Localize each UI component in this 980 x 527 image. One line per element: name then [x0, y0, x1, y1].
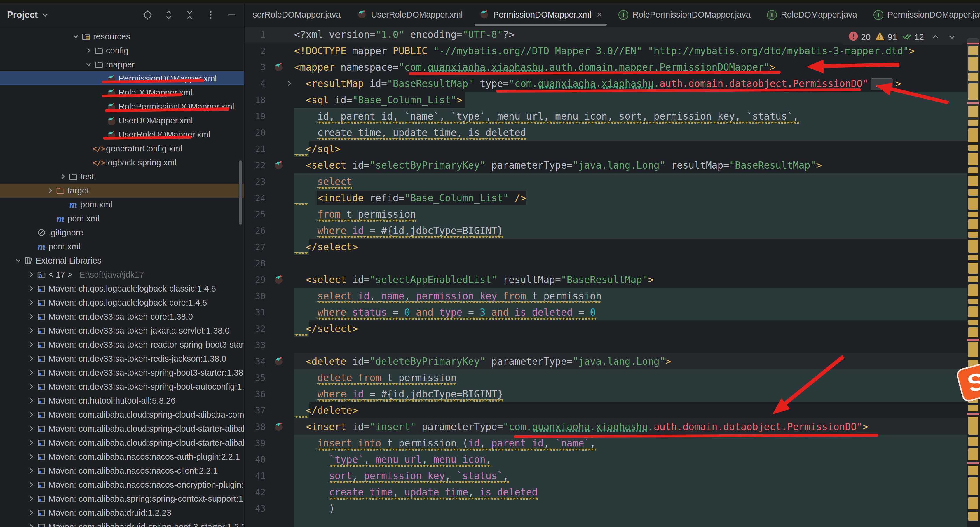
- mybatis-statement-icon[interactable]: [274, 421, 284, 432]
- tree-item-maven-com-alibaba-druid-1-2-23[interactable]: Maven: com.alibaba:druid:1.2.23: [0, 506, 244, 520]
- tree-item-maven-cn-dev33-sa-token-redis-jackson-1-38-0[interactable]: Maven: cn.dev33:sa-token-redis-jackson:1…: [0, 352, 244, 366]
- code-text[interactable]: <resultMap id="BaseResultMap" type="com.…: [294, 75, 901, 92]
- chevron-right-icon[interactable]: [45, 186, 55, 195]
- chevron-right-icon[interactable]: [26, 411, 36, 419]
- tree-item-userroledomapper-xml[interactable]: UserRoleDOMapper.xml: [0, 127, 244, 142]
- chevron-right-icon[interactable]: [26, 452, 36, 461]
- tree-item-maven-com-alibaba-nacos-nacos-client-2-2-1[interactable]: Maven: com.alibaba.nacos:nacos-client:2.…: [0, 464, 244, 478]
- tree-item-maven-cn-dev33-sa-token-spring-boot-autoconfig-1-38-0[interactable]: Maven: cn.dev33:sa-token-spring-boot-aut…: [0, 380, 244, 394]
- chevron-right-icon[interactable]: [58, 172, 68, 181]
- chevron-right-icon[interactable]: [26, 495, 36, 503]
- chevron-right-icon[interactable]: [26, 271, 36, 279]
- mybatis-statement-icon[interactable]: [274, 356, 284, 367]
- code-text[interactable]: <!DOCTYPE mapper PUBLIC "-//mybatis.org/…: [294, 43, 915, 59]
- tree-item-maven-cn-dev33-sa-token-jakarta-servlet-1-38-0[interactable]: Maven: cn.dev33:sa-token-jakarta-servlet…: [0, 323, 244, 338]
- tab-userroledomapper-xml[interactable]: UserRoleDOMapper.xml: [349, 3, 471, 26]
- chevron-right-icon[interactable]: [26, 326, 36, 335]
- mybatis-statement-icon[interactable]: [274, 62, 284, 73]
- tree-item-maven-com-alibaba-spring-spring-context-support-1-0-11[interactable]: Maven: com.alibaba.spring:spring-context…: [0, 492, 244, 506]
- code-text[interactable]: <?xml version="1.0" encoding="UTF-8"?>: [294, 26, 514, 43]
- tree-item-target[interactable]: target: [0, 183, 244, 197]
- chevron-right-icon[interactable]: [26, 299, 36, 307]
- chevron-right-icon[interactable]: [26, 341, 36, 349]
- fold-collapsed-icon[interactable]: [285, 79, 294, 88]
- inspection-weak-warnings[interactable]: 12: [902, 31, 924, 43]
- tree-item-maven-com-alibaba-nacos-nacos-auth-plugin-2-2-1[interactable]: Maven: com.alibaba.nacos:nacos-auth-plug…: [0, 450, 244, 464]
- code-text[interactable]: <sql id="Base_Column_List">: [294, 92, 462, 108]
- expand-all-icon[interactable]: [164, 10, 174, 20]
- tree-item-maven-cn-dev33-sa-token-reactor-spring-boot3-starter-1-38[interactable]: Maven: cn.dev33:sa-token-reactor-spring-…: [0, 338, 244, 352]
- tree-item-pom-xml[interactable]: mpom.xml: [0, 212, 244, 226]
- tree-item-maven-cn-dev33-sa-token-core-1-38-0[interactable]: Maven: cn.dev33:sa-token-core:1.38.0: [0, 310, 244, 323]
- tab-permissiondomapper-xml[interactable]: PermissionDOMapper.xml×: [471, 3, 611, 26]
- code-text[interactable]: ): [294, 500, 335, 516]
- tree-item-userdomapper-xml[interactable]: UserDOMapper.xml: [0, 113, 244, 127]
- chevron-down-icon[interactable]: [84, 61, 94, 68]
- tree-item-logback-spring-xml[interactable]: </>logback-spring.xml: [0, 156, 244, 170]
- project-panel-title[interactable]: Project: [7, 10, 38, 20]
- chevron-right-icon[interactable]: [26, 522, 36, 527]
- mybatis-statement-icon[interactable]: [274, 159, 284, 171]
- chevron-right-icon[interactable]: [26, 439, 36, 447]
- tree-item-maven-ch-qos-logback-logback-core-1-4-5[interactable]: Maven: ch.qos.logback:logback-core:1.4.5: [0, 296, 244, 310]
- chevron-right-icon[interactable]: [26, 355, 36, 363]
- chevron-right-icon[interactable]: [26, 285, 36, 293]
- previous-problem-button[interactable]: [931, 32, 940, 42]
- tree-item-maven-cn-dev33-sa-token-spring-boot3-starter-1-38-0[interactable]: Maven: cn.dev33:sa-token-spring-boot3-st…: [0, 366, 244, 380]
- chevron-down-icon[interactable]: [13, 256, 23, 265]
- tree-item-maven-com-alibaba-nacos-nacos-encryption-plugin-2-2-1[interactable]: Maven: com.alibaba.nacos:nacos-encryptio…: [0, 478, 244, 492]
- tab-permissiondomapper-java[interactable]: IPermissionDOMapper.java: [865, 3, 980, 26]
- chevron-right-icon[interactable]: [26, 425, 36, 433]
- code-text[interactable]: <include refid="Base_Column_List" />: [294, 189, 526, 206]
- more-icon[interactable]: [205, 10, 216, 20]
- tree-item-generatorconfig-xml[interactable]: </>generatorConfig.xml: [0, 142, 244, 156]
- chevron-right-icon[interactable]: [84, 46, 94, 54]
- tree-item-mapper[interactable]: mapper: [0, 57, 244, 72]
- chevron-right-icon[interactable]: [26, 466, 36, 475]
- tree-item-pom-xml[interactable]: mpom.xml: [0, 197, 244, 212]
- code-editor[interactable]: 1<?xml version="1.0" encoding="UTF-8"?>2…: [244, 26, 980, 527]
- chevron-right-icon[interactable]: [26, 312, 36, 321]
- project-tree-scrollbar[interactable]: [239, 161, 242, 225]
- code-text[interactable]: <select id="selectAppEnabledList" result…: [294, 271, 654, 288]
- editor-scrollbar-thumb[interactable]: [967, 38, 979, 126]
- tree-item-pom-xml[interactable]: mpom.xml: [0, 240, 244, 253]
- tab-serroledomapper-java[interactable]: serRoleDOMapper.java: [245, 3, 349, 26]
- tree-item-maven-ch-qos-logback-logback-classic-1-4-5[interactable]: Maven: ch.qos.logback:logback-classic:1.…: [0, 282, 244, 296]
- tree-item-17[interactable]: < 17 >E:\soft\java\jdk17: [0, 267, 244, 282]
- tree-item-maven-com-alibaba-druid-spring-boot-3-starter-1-2-23[interactable]: Maven: com.alibaba:druid-spring-boot-3-s…: [0, 520, 244, 527]
- chevron-right-icon[interactable]: [26, 382, 36, 391]
- tab-rolepermissiondomapper-java[interactable]: IRolePermissionDOMapper.java: [610, 3, 759, 26]
- tree-item-external-libraries[interactable]: External Libraries: [0, 253, 244, 267]
- tree-item-test[interactable]: test: [0, 170, 244, 183]
- code-text[interactable]: <mapper namespace="com.quanxiaoha.xiaoha…: [294, 59, 775, 75]
- chevron-right-icon[interactable]: [26, 369, 36, 377]
- tree-item-rolepermissiondomapper-xml[interactable]: RolePermissionDOMapper.xml: [0, 100, 244, 113]
- chevron-down-icon[interactable]: [41, 11, 49, 19]
- tree-item-maven-cn-hutool-hutool-all-5-8-26[interactable]: Maven: cn.hutool:hutool-all:5.8.26: [0, 394, 244, 408]
- chevron-right-icon[interactable]: [26, 481, 36, 489]
- tree-item-config[interactable]: config: [0, 43, 244, 57]
- code-text[interactable]: <select id="selectByPrimaryKey" paramete…: [294, 157, 822, 174]
- collapse-all-icon[interactable]: [185, 10, 195, 20]
- inspection-warnings[interactable]: 91: [875, 31, 897, 43]
- inspection-errors[interactable]: 20: [848, 31, 870, 43]
- close-icon[interactable]: ×: [597, 10, 602, 19]
- tab-roledomapper-java[interactable]: IRoleDOMapper.java: [759, 3, 865, 26]
- chevron-down-icon[interactable]: [71, 32, 81, 41]
- tree-item-resources[interactable]: resources: [0, 29, 244, 43]
- tree-item-maven-com-alibaba-cloud-spring-cloud-starter-alibaba-nac[interactable]: Maven: com.alibaba.cloud:spring-cloud-st…: [0, 436, 244, 450]
- tree-item-maven-com-alibaba-cloud-spring-cloud-alibaba-commons-2[interactable]: Maven: com.alibaba.cloud:spring-cloud-al…: [0, 408, 244, 422]
- code-text[interactable]: <delete id="deleteByPrimaryKey" paramete…: [294, 353, 671, 369]
- code-text[interactable]: <insert id="insert" parameterType="com.q…: [294, 419, 868, 435]
- chevron-right-icon[interactable]: [26, 396, 36, 405]
- tree-item-maven-com-alibaba-cloud-spring-cloud-starter-alibaba-nac[interactable]: Maven: com.alibaba.cloud:spring-cloud-st…: [0, 422, 244, 436]
- next-problem-button[interactable]: [947, 32, 957, 42]
- tree-item-roledomapper-xml[interactable]: RoleDOMapper.xml: [0, 86, 244, 100]
- tree-item-gitignore[interactable]: .gitignore: [0, 226, 244, 240]
- mybatis-statement-icon[interactable]: [274, 274, 284, 285]
- tree-item-permissiondomapper-xml[interactable]: PermissionDOMapper.xml: [0, 72, 244, 86]
- locate-icon[interactable]: [142, 10, 153, 20]
- chevron-right-icon[interactable]: [26, 509, 36, 517]
- hide-icon[interactable]: [226, 10, 237, 20]
